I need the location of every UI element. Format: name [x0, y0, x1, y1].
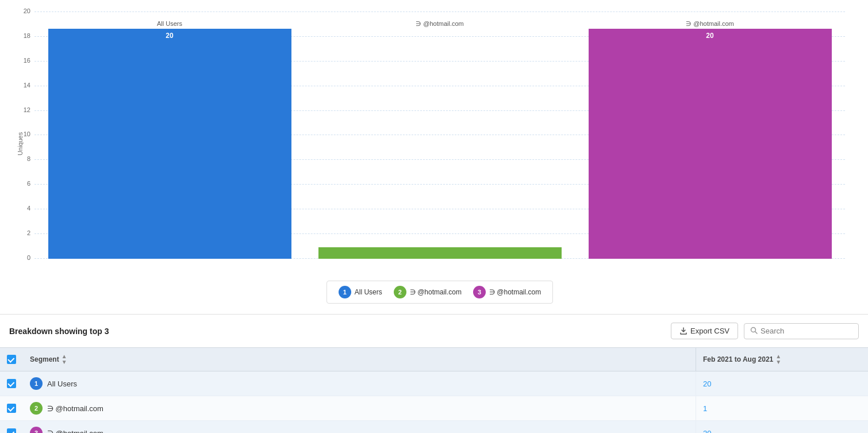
row-check[interactable] [0, 371, 23, 396]
gridline-label: 18 [14, 32, 30, 39]
legend-label: ∋ @hotmail.com [489, 288, 541, 296]
row-badge: 1 [30, 377, 43, 390]
breakdown-table: Segment ▲▼ Feb 2021 to Aug 2021 ▲▼ 1All … [0, 347, 868, 433]
gridline-label: 20 [14, 7, 30, 14]
legend-item: 3∋ @hotmail.com [473, 286, 541, 298]
bar-value-label: 20 [166, 32, 173, 40]
row-segment-label: ∋ @hotmail.com [47, 429, 103, 434]
legend-label: ∋ @hotmail.com [410, 288, 462, 296]
row-segment: 3∋ @hotmail.com [23, 421, 696, 433]
gridline-label: 14 [14, 82, 30, 89]
row-segment-label: All Users [47, 380, 77, 388]
chart-legend: 1All Users2∋ @hotmail.com3∋ @hotmail.com [327, 281, 553, 304]
row-check[interactable] [0, 421, 23, 433]
gridline-label: 8 [14, 155, 30, 162]
chart-inner: 20181614121086420 2020 All Users∋ @hotma… [34, 12, 845, 276]
gridline-label: 4 [14, 205, 30, 212]
row-segment: 1All Users [23, 371, 696, 396]
breakdown-section: Breakdown showing top 3 Export CSV [0, 314, 868, 433]
row-badge: 3 [30, 427, 43, 433]
bars-container: 2020 [34, 12, 845, 259]
legend-item: 2∋ @hotmail.com [394, 286, 462, 298]
bar-value-label: 20 [706, 32, 713, 40]
table-row: 2∋ @hotmail.com1 [0, 396, 868, 421]
bar: 20 [589, 29, 832, 259]
export-label: Export CSV [690, 327, 729, 335]
row-value: 1 [696, 396, 868, 420]
table-row: 3∋ @hotmail.com20 [0, 421, 868, 433]
bar-group [318, 247, 562, 259]
row-segment: 2∋ @hotmail.com [23, 396, 696, 420]
row-check[interactable] [0, 396, 23, 420]
legend-badge: 2 [394, 286, 406, 298]
gridline-label: 10 [14, 131, 30, 137]
export-icon [679, 327, 688, 335]
bar [318, 247, 562, 259]
gridline-label: 6 [14, 180, 30, 187]
svg-line-1 [755, 331, 758, 334]
sort-arrows-segment[interactable]: ▲▼ [62, 354, 67, 365]
breakdown-title: Breakdown showing top 3 [9, 327, 109, 336]
gridline-label: 0 [14, 254, 30, 261]
legend-label: All Users [355, 288, 382, 296]
legend-item: 1All Users [339, 286, 382, 298]
breakdown-header: Breakdown showing top 3 Export CSV [0, 315, 868, 347]
bar-group: 20 [589, 29, 832, 259]
gridline-label: 12 [14, 106, 30, 113]
table-header-date[interactable]: Feb 2021 to Aug 2021 ▲▼ [696, 348, 868, 371]
legend-badge: 3 [473, 286, 486, 298]
row-segment-label: ∋ @hotmail.com [47, 404, 103, 413]
breakdown-actions: Export CSV [671, 323, 859, 339]
bar: 20 [48, 29, 291, 259]
row-checkbox[interactable] [7, 428, 16, 433]
bar-group: 20 [48, 29, 291, 259]
table-row: 1All Users20 [0, 371, 868, 396]
row-badge: 2 [30, 402, 43, 415]
row-value: 20 [696, 421, 868, 433]
row-checkbox[interactable] [7, 404, 16, 413]
legend-badge: 1 [339, 286, 351, 298]
table-header-segment[interactable]: Segment ▲▼ [23, 348, 696, 371]
chart-area: Uniques 20181614121086420 2020 All Users… [34, 12, 845, 276]
gridline-label: 2 [14, 229, 30, 236]
search-icon [750, 327, 758, 336]
search-input[interactable] [761, 327, 852, 335]
gridline-label: 16 [14, 57, 30, 64]
row-value: 20 [696, 371, 868, 396]
row-checkbox[interactable] [7, 379, 16, 388]
header-checkbox[interactable] [7, 355, 16, 364]
export-csv-button[interactable]: Export CSV [671, 323, 738, 339]
table-header-check[interactable] [0, 348, 23, 371]
search-box[interactable] [744, 323, 859, 339]
sort-arrows-date[interactable]: ▲▼ [775, 354, 781, 365]
table-header-row: Segment ▲▼ Feb 2021 to Aug 2021 ▲▼ [0, 347, 868, 371]
chart-section: Uniques 20181614121086420 2020 All Users… [0, 0, 868, 314]
table-rows-container: 1All Users202∋ @hotmail.com13∋ @hotmail.… [0, 371, 868, 433]
